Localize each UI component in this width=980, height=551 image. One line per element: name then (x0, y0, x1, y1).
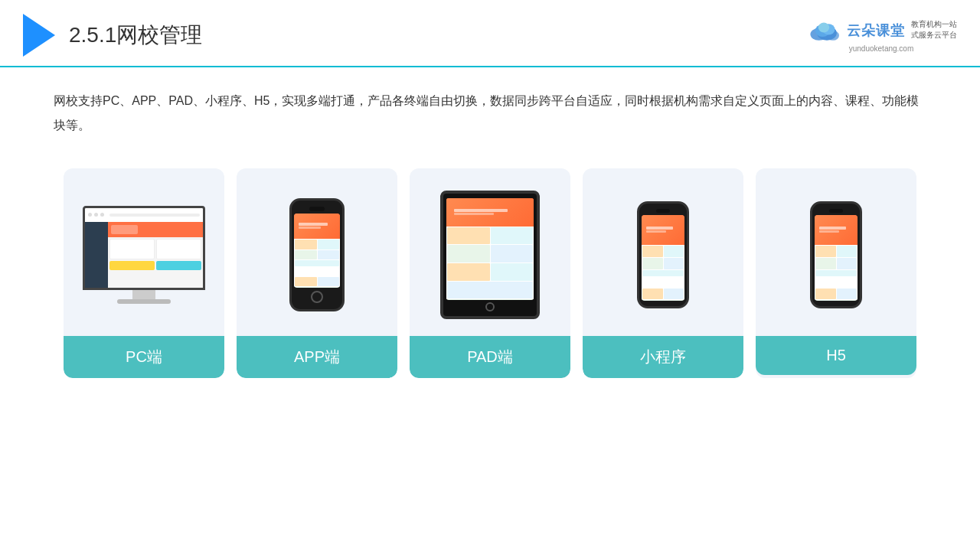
page-title: 2.5.1网校管理 (69, 21, 202, 50)
card-label-app: APP端 (237, 336, 397, 378)
tablet-frame (440, 191, 540, 319)
card-miniapp: 小程序 (583, 168, 743, 378)
phone-notch (309, 207, 325, 211)
pc-mockup (83, 206, 205, 304)
miniapp-phone-frame (637, 201, 689, 308)
header-left: 2.5.1网校管理 (23, 14, 202, 57)
miniapp-phone-notch (656, 209, 670, 213)
pc-screen (83, 206, 205, 290)
logo-text: 云朵课堂 (847, 21, 905, 40)
logo-area: 云朵课堂 教育机构一站式服务云平台 yunduoketang.com (805, 18, 957, 53)
h5-image-area (763, 184, 909, 325)
card-label-pc: PC端 (64, 336, 224, 378)
logo-cloud: 云朵课堂 教育机构一站式服务云平台 (805, 18, 957, 43)
phone-frame (289, 198, 345, 311)
miniapp-phone-screen (642, 215, 684, 301)
miniapp-phone-mockup (637, 201, 689, 308)
h5-phone-screen (815, 215, 858, 301)
miniapp-image-area (590, 184, 736, 325)
tablet-home-btn (485, 302, 495, 311)
app-image-area (244, 184, 390, 325)
pad-image-area (417, 184, 563, 325)
card-pc: PC端 (64, 168, 224, 378)
h5-phone-notch (829, 209, 843, 213)
card-pad: PAD端 (410, 168, 570, 378)
card-label-pad: PAD端 (410, 336, 570, 378)
card-label-h5: H5 (756, 336, 916, 375)
title-prefix: 2.5.1 (69, 23, 116, 47)
logo-tagline: 教育机构一站式服务云平台 (911, 19, 957, 41)
card-app: APP端 (237, 168, 397, 378)
logo-url: yunduoketang.com (849, 44, 914, 53)
tablet-screen (446, 198, 534, 300)
cloud-icon (805, 18, 842, 43)
h5-phone-mockup (810, 201, 862, 308)
svg-point-5 (818, 22, 829, 32)
pc-image-area (71, 184, 217, 325)
description-text: 网校支持PC、APP、PAD、小程序、H5，实现多端打通，产品各终端自由切换，数… (0, 67, 980, 153)
card-h5: H5 (756, 168, 916, 378)
phone-mockup (289, 198, 345, 311)
card-label-miniapp: 小程序 (583, 336, 743, 378)
title-main: 网校管理 (116, 23, 202, 47)
phone-screen (294, 214, 340, 288)
header: 2.5.1网校管理 云朵课堂 教育机构一站式服务云平台 yunduoketang… (0, 0, 980, 67)
h5-phone-frame (810, 201, 862, 308)
play-icon (23, 14, 55, 57)
phone-home-btn (311, 291, 323, 303)
tablet-mockup (440, 191, 540, 319)
cards-container: PC端 (0, 161, 980, 386)
